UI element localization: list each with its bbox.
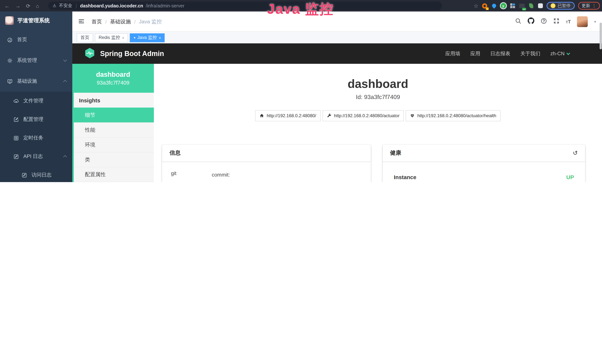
sidebar-item-jobs[interactable]: 定时任务 xyxy=(0,129,72,147)
sba-logo-icon[interactable] xyxy=(84,47,95,60)
sba-item-config-props[interactable]: 配置属性 xyxy=(74,167,154,182)
sba-language-select[interactable]: zh-CN xyxy=(550,51,569,56)
extension-grid-icon[interactable] xyxy=(509,3,516,9)
sidebar-item-files[interactable]: 文件管理 xyxy=(0,92,72,110)
actuator-url-button[interactable]: http://192.168.0.2:48080/actuator xyxy=(322,110,404,121)
scrollbar-thumb[interactable] xyxy=(599,23,602,49)
close-icon[interactable]: × xyxy=(159,35,161,40)
emoji-face-icon xyxy=(551,3,556,8)
info-row: git commit: time: 1596289704000 id: 27aa… xyxy=(171,168,362,182)
chevron-down-icon xyxy=(63,58,67,62)
extension-leaf-icon[interactable] xyxy=(528,3,534,9)
service-url-button[interactable]: http://192.168.0.2:48080/ xyxy=(255,110,321,121)
avatar[interactable] xyxy=(577,16,588,27)
sba-item-details[interactable]: 细节 xyxy=(74,107,154,122)
tab-redis[interactable]: Redis 监控× xyxy=(95,33,128,42)
sidebar-item-api-log[interactable]: API 日志 xyxy=(0,147,72,166)
sidebar-item-system[interactable]: 系统管理 xyxy=(0,50,72,71)
github-icon[interactable] xyxy=(528,17,534,26)
edit-icon xyxy=(13,117,19,122)
tab-java[interactable]: ●Java 监控× xyxy=(130,33,165,42)
history-icon[interactable]: ↺ xyxy=(573,150,578,157)
status-badge: UP xyxy=(566,174,574,180)
address-bar[interactable]: ⚠ 不安全 dashboard.yudao.iocoder.cn/infra/a… xyxy=(48,1,442,10)
warning-icon: ⚠ xyxy=(53,3,56,8)
breadcrumb-infra[interactable]: 基础设施 xyxy=(110,19,131,25)
sba-brand[interactable]: Spring Boot Admin xyxy=(100,50,164,58)
breadcrumb-current: Java 监控 xyxy=(139,19,162,25)
sba-nav-applications[interactable]: 应用 xyxy=(470,50,480,57)
active-dot-icon: ● xyxy=(134,36,136,39)
breadcrumb-home[interactable]: 首页 xyxy=(92,19,102,25)
chevron-down-icon xyxy=(566,51,570,55)
monitor-icon xyxy=(7,78,13,84)
fullscreen-icon[interactable] xyxy=(553,18,559,25)
extension-puzzle-icon[interactable] xyxy=(537,3,543,9)
sba-app-block[interactable]: dashboard 93a3fc7f7409 xyxy=(72,64,154,93)
paused-pill[interactable]: 已暂停 xyxy=(547,2,575,10)
extension-pin-icon[interactable] xyxy=(491,3,497,9)
forward-icon[interactable]: → xyxy=(15,3,20,9)
url-domain: dashboard.yudao.iocoder.cn xyxy=(80,3,143,8)
close-icon[interactable]: × xyxy=(122,35,124,40)
health-instance-label: Instance xyxy=(394,174,416,180)
health-row[interactable]: Instance UP xyxy=(392,168,576,180)
back-icon[interactable]: ← xyxy=(4,3,10,9)
kebab-menu-icon[interactable]: ⋮ xyxy=(592,3,596,8)
home-icon[interactable]: ⌂ xyxy=(36,3,39,9)
info-card: 信息 git commit: time: 1596289704000 id: 2… xyxy=(162,145,371,182)
page-scrollbar[interactable] xyxy=(599,11,602,182)
sba-item-metrics[interactable]: 性能 xyxy=(74,122,154,137)
hamburger-icon[interactable] xyxy=(78,18,85,26)
sba-item-classes[interactable]: 类 xyxy=(74,152,154,167)
caret-down-icon[interactable]: ▾ xyxy=(594,20,596,23)
security-label: 不安全 xyxy=(59,3,72,9)
log-icon xyxy=(13,154,19,159)
search-icon[interactable] xyxy=(515,18,521,25)
heartbeat-icon xyxy=(410,114,415,118)
sba-nav-about[interactable]: 关于我们 xyxy=(520,50,540,57)
sba-section-label: Insights xyxy=(74,93,154,107)
instance-title: dashboard xyxy=(154,77,602,91)
card-title: 信息 xyxy=(170,150,181,157)
wrench-icon xyxy=(327,114,331,118)
help-icon[interactable] xyxy=(541,18,547,25)
health-url-button[interactable]: http://192.168.0.2:48080/actuator/health xyxy=(406,110,501,121)
instance-id: Id: 93a3fc7f7409 xyxy=(154,94,602,100)
sba-main: dashboard Id: 93a3fc7f7409 http://192.16… xyxy=(154,64,602,182)
app-logo[interactable]: 芋道管理系统 xyxy=(0,11,72,29)
chevron-up-icon xyxy=(63,155,67,159)
sba-header: Spring Boot Admin 应用墙 应用 日志报表 关于我们 zh-CN xyxy=(72,43,602,64)
sba-app-name: dashboard xyxy=(96,71,130,79)
sba-nav-journal[interactable]: 日志报表 xyxy=(490,50,510,57)
bookmark-star-icon[interactable]: ☆ xyxy=(474,3,478,9)
sidebar-item-config[interactable]: 配置管理 xyxy=(0,110,72,129)
reload-icon[interactable]: ⟳ xyxy=(26,3,30,9)
app-title: 芋道管理系统 xyxy=(17,17,50,24)
app-sidebar: 芋道管理系统 首页 系统管理 基础设施 文件管理 配置管理 xyxy=(0,11,72,182)
font-size-icon[interactable]: TT xyxy=(566,19,571,24)
sba-insights-group: Insights 细节 性能 环境 类 配置属性 计划任务 xyxy=(72,93,154,182)
sba-app-id: 93a3fc7f7409 xyxy=(97,80,129,86)
sidebar-item-infra[interactable]: 基础设施 xyxy=(0,71,72,92)
sba-item-scheduled-tasks[interactable]: 计划任务 xyxy=(74,182,154,182)
sba-item-environment[interactable]: 环境 xyxy=(74,137,154,152)
update-button[interactable]: 更新⋮ xyxy=(578,2,600,10)
extension-on-icon[interactable]: on xyxy=(519,3,525,9)
sidebar-item-home[interactable]: 首页 xyxy=(0,29,72,50)
home-icon xyxy=(259,114,264,118)
log-icon xyxy=(21,172,27,178)
screen: ← → ⟳ ⌂ ⚠ 不安全 dashboard.yudao.iocoder.cn… xyxy=(0,0,602,182)
sidebar-item-access-log[interactable]: 访问日志 xyxy=(0,166,72,182)
info-key: git xyxy=(171,170,212,182)
extension-donut-icon[interactable]: 1 xyxy=(482,3,488,9)
extension-y-icon[interactable]: y xyxy=(500,3,506,9)
tab-home[interactable]: 首页 xyxy=(77,33,93,42)
logo-image xyxy=(5,16,14,25)
page-header: 首页 / 基础设施 / Java 监控 TT ▾ xyxy=(72,11,602,32)
sidebar-submenu-infra: 文件管理 配置管理 定时任务 API 日志 访问日志 错误日志 xyxy=(0,92,72,182)
cloud-upload-icon xyxy=(13,98,19,104)
sba-nav-wallboard[interactable]: 应用墙 xyxy=(445,50,460,57)
page-annotation: Java 监控 xyxy=(267,0,334,19)
url-path: /infra/admin-server xyxy=(146,3,184,8)
